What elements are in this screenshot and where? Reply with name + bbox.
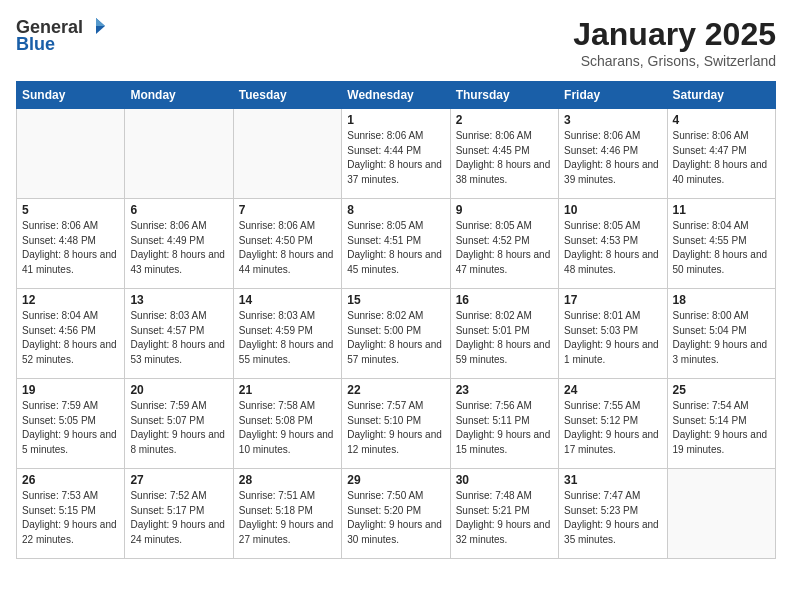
calendar-day-cell: 12Sunrise: 8:04 AMSunset: 4:56 PMDayligh… bbox=[17, 289, 125, 379]
day-info: Sunrise: 8:04 AMSunset: 4:55 PMDaylight:… bbox=[673, 219, 770, 277]
calendar-day-cell: 16Sunrise: 8:02 AMSunset: 5:01 PMDayligh… bbox=[450, 289, 558, 379]
day-info: Sunrise: 8:02 AMSunset: 5:01 PMDaylight:… bbox=[456, 309, 553, 367]
day-number: 16 bbox=[456, 293, 553, 307]
calendar-week-row: 5Sunrise: 8:06 AMSunset: 4:48 PMDaylight… bbox=[17, 199, 776, 289]
day-number: 29 bbox=[347, 473, 444, 487]
day-info: Sunrise: 8:06 AMSunset: 4:46 PMDaylight:… bbox=[564, 129, 661, 187]
day-number: 31 bbox=[564, 473, 661, 487]
calendar-day-cell: 23Sunrise: 7:56 AMSunset: 5:11 PMDayligh… bbox=[450, 379, 558, 469]
day-number: 1 bbox=[347, 113, 444, 127]
calendar-day-cell: 8Sunrise: 8:05 AMSunset: 4:51 PMDaylight… bbox=[342, 199, 450, 289]
calendar-day-cell: 20Sunrise: 7:59 AMSunset: 5:07 PMDayligh… bbox=[125, 379, 233, 469]
calendar-day-cell: 5Sunrise: 8:06 AMSunset: 4:48 PMDaylight… bbox=[17, 199, 125, 289]
calendar-day-cell: 10Sunrise: 8:05 AMSunset: 4:53 PMDayligh… bbox=[559, 199, 667, 289]
weekday-header: Monday bbox=[125, 82, 233, 109]
day-number: 30 bbox=[456, 473, 553, 487]
day-info: Sunrise: 8:05 AMSunset: 4:53 PMDaylight:… bbox=[564, 219, 661, 277]
logo: General Blue bbox=[16, 16, 107, 55]
day-info: Sunrise: 7:54 AMSunset: 5:14 PMDaylight:… bbox=[673, 399, 770, 457]
calendar-day-cell: 6Sunrise: 8:06 AMSunset: 4:49 PMDaylight… bbox=[125, 199, 233, 289]
calendar-day-cell: 2Sunrise: 8:06 AMSunset: 4:45 PMDaylight… bbox=[450, 109, 558, 199]
calendar-day-cell bbox=[125, 109, 233, 199]
day-info: Sunrise: 8:06 AMSunset: 4:47 PMDaylight:… bbox=[673, 129, 770, 187]
calendar-day-cell: 31Sunrise: 7:47 AMSunset: 5:23 PMDayligh… bbox=[559, 469, 667, 559]
day-info: Sunrise: 7:58 AMSunset: 5:08 PMDaylight:… bbox=[239, 399, 336, 457]
calendar-day-cell: 18Sunrise: 8:00 AMSunset: 5:04 PMDayligh… bbox=[667, 289, 775, 379]
calendar-day-cell: 9Sunrise: 8:05 AMSunset: 4:52 PMDaylight… bbox=[450, 199, 558, 289]
day-info: Sunrise: 8:06 AMSunset: 4:45 PMDaylight:… bbox=[456, 129, 553, 187]
day-number: 21 bbox=[239, 383, 336, 397]
day-info: Sunrise: 8:06 AMSunset: 4:44 PMDaylight:… bbox=[347, 129, 444, 187]
calendar-day-cell: 15Sunrise: 8:02 AMSunset: 5:00 PMDayligh… bbox=[342, 289, 450, 379]
day-number: 4 bbox=[673, 113, 770, 127]
day-info: Sunrise: 7:55 AMSunset: 5:12 PMDaylight:… bbox=[564, 399, 661, 457]
day-info: Sunrise: 7:57 AMSunset: 5:10 PMDaylight:… bbox=[347, 399, 444, 457]
day-number: 3 bbox=[564, 113, 661, 127]
logo-blue-text: Blue bbox=[16, 34, 55, 55]
day-number: 25 bbox=[673, 383, 770, 397]
day-info: Sunrise: 8:05 AMSunset: 4:51 PMDaylight:… bbox=[347, 219, 444, 277]
logo-flag-icon bbox=[85, 16, 107, 38]
calendar-day-cell: 4Sunrise: 8:06 AMSunset: 4:47 PMDaylight… bbox=[667, 109, 775, 199]
weekday-header: Thursday bbox=[450, 82, 558, 109]
day-number: 14 bbox=[239, 293, 336, 307]
calendar-day-cell: 13Sunrise: 8:03 AMSunset: 4:57 PMDayligh… bbox=[125, 289, 233, 379]
day-info: Sunrise: 7:59 AMSunset: 5:05 PMDaylight:… bbox=[22, 399, 119, 457]
day-info: Sunrise: 8:06 AMSunset: 4:49 PMDaylight:… bbox=[130, 219, 227, 277]
calendar-day-cell: 19Sunrise: 7:59 AMSunset: 5:05 PMDayligh… bbox=[17, 379, 125, 469]
calendar-day-cell: 22Sunrise: 7:57 AMSunset: 5:10 PMDayligh… bbox=[342, 379, 450, 469]
day-number: 8 bbox=[347, 203, 444, 217]
calendar-day-cell bbox=[17, 109, 125, 199]
day-info: Sunrise: 8:01 AMSunset: 5:03 PMDaylight:… bbox=[564, 309, 661, 367]
day-info: Sunrise: 7:59 AMSunset: 5:07 PMDaylight:… bbox=[130, 399, 227, 457]
weekday-header: Tuesday bbox=[233, 82, 341, 109]
day-number: 7 bbox=[239, 203, 336, 217]
page-header: General Blue January 2025 Scharans, Gris… bbox=[16, 16, 776, 69]
calendar-day-cell bbox=[233, 109, 341, 199]
day-info: Sunrise: 7:48 AMSunset: 5:21 PMDaylight:… bbox=[456, 489, 553, 547]
calendar-day-cell: 7Sunrise: 8:06 AMSunset: 4:50 PMDaylight… bbox=[233, 199, 341, 289]
calendar-day-cell: 3Sunrise: 8:06 AMSunset: 4:46 PMDaylight… bbox=[559, 109, 667, 199]
day-number: 2 bbox=[456, 113, 553, 127]
day-info: Sunrise: 7:56 AMSunset: 5:11 PMDaylight:… bbox=[456, 399, 553, 457]
day-info: Sunrise: 8:03 AMSunset: 4:57 PMDaylight:… bbox=[130, 309, 227, 367]
day-number: 6 bbox=[130, 203, 227, 217]
calendar-day-cell: 1Sunrise: 8:06 AMSunset: 4:44 PMDaylight… bbox=[342, 109, 450, 199]
day-number: 17 bbox=[564, 293, 661, 307]
day-number: 11 bbox=[673, 203, 770, 217]
calendar-day-cell: 28Sunrise: 7:51 AMSunset: 5:18 PMDayligh… bbox=[233, 469, 341, 559]
day-number: 13 bbox=[130, 293, 227, 307]
day-number: 23 bbox=[456, 383, 553, 397]
day-number: 28 bbox=[239, 473, 336, 487]
day-info: Sunrise: 7:52 AMSunset: 5:17 PMDaylight:… bbox=[130, 489, 227, 547]
day-number: 20 bbox=[130, 383, 227, 397]
day-number: 18 bbox=[673, 293, 770, 307]
calendar-day-cell: 30Sunrise: 7:48 AMSunset: 5:21 PMDayligh… bbox=[450, 469, 558, 559]
calendar-day-cell: 21Sunrise: 7:58 AMSunset: 5:08 PMDayligh… bbox=[233, 379, 341, 469]
calendar-week-row: 19Sunrise: 7:59 AMSunset: 5:05 PMDayligh… bbox=[17, 379, 776, 469]
day-number: 12 bbox=[22, 293, 119, 307]
calendar-day-cell: 14Sunrise: 8:03 AMSunset: 4:59 PMDayligh… bbox=[233, 289, 341, 379]
calendar-week-row: 26Sunrise: 7:53 AMSunset: 5:15 PMDayligh… bbox=[17, 469, 776, 559]
day-info: Sunrise: 8:06 AMSunset: 4:48 PMDaylight:… bbox=[22, 219, 119, 277]
calendar-subtitle: Scharans, Grisons, Switzerland bbox=[573, 53, 776, 69]
day-number: 26 bbox=[22, 473, 119, 487]
calendar-day-cell: 25Sunrise: 7:54 AMSunset: 5:14 PMDayligh… bbox=[667, 379, 775, 469]
day-info: Sunrise: 8:03 AMSunset: 4:59 PMDaylight:… bbox=[239, 309, 336, 367]
day-number: 19 bbox=[22, 383, 119, 397]
svg-marker-1 bbox=[96, 18, 105, 26]
calendar-day-cell: 29Sunrise: 7:50 AMSunset: 5:20 PMDayligh… bbox=[342, 469, 450, 559]
weekday-header: Wednesday bbox=[342, 82, 450, 109]
day-info: Sunrise: 8:06 AMSunset: 4:50 PMDaylight:… bbox=[239, 219, 336, 277]
calendar-day-cell bbox=[667, 469, 775, 559]
calendar-header-row: SundayMondayTuesdayWednesdayThursdayFrid… bbox=[17, 82, 776, 109]
day-info: Sunrise: 8:04 AMSunset: 4:56 PMDaylight:… bbox=[22, 309, 119, 367]
day-number: 9 bbox=[456, 203, 553, 217]
calendar-week-row: 12Sunrise: 8:04 AMSunset: 4:56 PMDayligh… bbox=[17, 289, 776, 379]
title-block: January 2025 Scharans, Grisons, Switzerl… bbox=[573, 16, 776, 69]
calendar-day-cell: 27Sunrise: 7:52 AMSunset: 5:17 PMDayligh… bbox=[125, 469, 233, 559]
calendar-week-row: 1Sunrise: 8:06 AMSunset: 4:44 PMDaylight… bbox=[17, 109, 776, 199]
day-info: Sunrise: 8:05 AMSunset: 4:52 PMDaylight:… bbox=[456, 219, 553, 277]
day-info: Sunrise: 8:00 AMSunset: 5:04 PMDaylight:… bbox=[673, 309, 770, 367]
day-number: 15 bbox=[347, 293, 444, 307]
